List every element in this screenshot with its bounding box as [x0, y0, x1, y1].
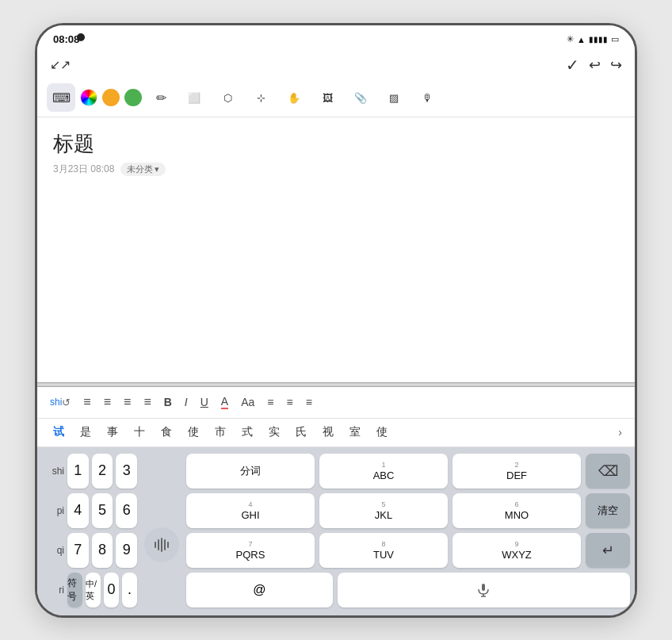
keyboard-left-row-1: shi 1 2 3: [42, 454, 137, 489]
hand-tool-button[interactable]: ✋: [280, 83, 308, 112]
suggestion-item-5[interactable]: 使: [180, 418, 207, 446]
list-type4-button[interactable]: ≡: [137, 387, 157, 419]
key-pqrs-label: PQRS: [236, 549, 265, 561]
list-type1-button[interactable]: ≡: [77, 387, 97, 419]
suggestion-bar: 试 是 事 十 食 使 市 式 实 氏 视 室 使 ›: [37, 419, 635, 447]
lasso-tool-button[interactable]: ⬡: [213, 83, 242, 112]
key-symbol[interactable]: 符号: [67, 573, 82, 607]
key-6[interactable]: 6: [116, 493, 137, 528]
font-color-button[interactable]: A: [215, 387, 235, 419]
key-enter[interactable]: ↵: [586, 533, 630, 568]
key-wxyz[interactable]: 9 WXYZ: [452, 533, 581, 568]
voice-middle-button[interactable]: [144, 527, 179, 562]
italic-button[interactable]: I: [178, 387, 194, 419]
crop-tool-button[interactable]: ⊹: [246, 83, 275, 112]
key-tuv-num: 8: [381, 540, 385, 548]
suggestion-item-11[interactable]: 室: [342, 418, 368, 446]
yellow-color-button[interactable]: [102, 89, 120, 106]
key-abc[interactable]: 1 ABC: [319, 454, 448, 489]
key-def[interactable]: 2 DEF: [452, 454, 581, 489]
keyboard-right: 分词 1 ABC 2 DEF ⌫ 4 GHI: [186, 454, 630, 607]
key-dot[interactable]: .: [122, 573, 137, 607]
suggestion-item-3[interactable]: 十: [126, 418, 153, 446]
keyboard-left-row-4: ri 符号 中/英 0 .: [42, 573, 137, 607]
key-lang[interactable]: 中/英: [86, 573, 101, 607]
undo-button[interactable]: ↩: [589, 56, 601, 74]
key-space-mic[interactable]: [338, 573, 630, 607]
key-4[interactable]: 4: [67, 493, 89, 528]
redo-button[interactable]: ↪: [610, 56, 622, 74]
eraser-tool-button[interactable]: ⬜: [180, 83, 208, 112]
keyboard-left: shi 1 2 3 pi 4 5 6 qi 7 8 9: [42, 454, 137, 607]
underline-button[interactable]: U: [194, 387, 215, 419]
suggestion-item-2[interactable]: 事: [99, 418, 126, 446]
key-pqrs[interactable]: 7 PQRS: [186, 533, 315, 568]
confirm-button[interactable]: ✓: [566, 56, 579, 75]
key-clear[interactable]: 清空: [586, 493, 630, 528]
suggestion-item-10[interactable]: 视: [315, 418, 342, 446]
key-7[interactable]: 7: [67, 533, 89, 568]
suggestion-item-4[interactable]: 食: [153, 418, 180, 446]
voice-wave-icon: [153, 536, 170, 554]
keyboard-right-row-4: @: [186, 573, 630, 607]
key-at[interactable]: @: [186, 573, 333, 607]
suggestion-item-8[interactable]: 实: [261, 418, 288, 446]
toolbar: ↙↗ ✓ ↩ ↪: [37, 51, 635, 79]
suggestion-item-12[interactable]: 使: [368, 418, 395, 446]
key-abc-num: 1: [381, 461, 385, 469]
keyboard-right-row-3: 7 PQRS 8 TUV 9 WXYZ ↵: [186, 533, 630, 568]
key-wxyz-label: WXYZ: [502, 549, 532, 561]
align-right-button[interactable]: ≡: [300, 387, 319, 419]
note-title[interactable]: 标题: [53, 130, 619, 158]
bold-button[interactable]: B: [158, 387, 178, 419]
suggestion-item-9[interactable]: 氏: [288, 418, 315, 446]
status-icons: ✳ ▲ ▮▮▮▮ ▭: [567, 34, 619, 44]
align-center-button[interactable]: ≡: [281, 387, 300, 419]
list-type2-button[interactable]: ≡: [97, 387, 117, 419]
key-2[interactable]: 2: [92, 454, 113, 489]
font-size-button[interactable]: Aa: [235, 387, 261, 419]
signal-icon: ▮▮▮▮: [589, 35, 608, 44]
input-mode-icon: ↺: [62, 397, 71, 408]
suggestion-more-button[interactable]: ›: [613, 426, 627, 439]
note-content: 标题 3月23日 08:08 未分类 ▾: [37, 117, 635, 260]
key-mno[interactable]: 6 MNO: [452, 493, 581, 528]
pencil-tool-button[interactable]: ✏: [147, 83, 175, 112]
key-0[interactable]: 0: [104, 573, 119, 607]
keyboard-right-row-1: 分词 1 ABC 2 DEF ⌫: [186, 454, 630, 489]
align-left-button[interactable]: ≡: [261, 387, 280, 419]
green-color-button[interactable]: [124, 89, 142, 106]
list-type3-button[interactable]: ≡: [117, 387, 137, 419]
phone-frame: 08:08 ✳ ▲ ▮▮▮▮ ▭ ↙↗ ✓ ↩ ↪ ⌨ ✏: [35, 23, 637, 618]
wifi-icon: ▲: [577, 35, 586, 44]
key-8[interactable]: 8: [92, 533, 113, 568]
keyboard-right-row-2: 4 GHI 5 JKL 6 MNO 清空: [186, 493, 630, 528]
collapse-icon[interactable]: ↙↗: [50, 57, 71, 72]
key-fenci[interactable]: 分词: [186, 454, 315, 489]
clip-tool-button[interactable]: 📎: [346, 83, 375, 112]
texture-tool-button[interactable]: ▨: [380, 83, 408, 112]
image-tool-button[interactable]: 🖼: [313, 83, 342, 112]
note-area: 标题 3月23日 08:08 未分类 ▾: [37, 117, 635, 382]
note-meta: 3月23日 08:08 未分类 ▾: [53, 163, 619, 176]
suggestion-item-1[interactable]: 是: [72, 418, 99, 446]
key-backspace[interactable]: ⌫: [586, 454, 630, 489]
keyboard-tool-button[interactable]: ⌨: [47, 83, 75, 112]
label-pi: pi: [42, 505, 64, 516]
multicolor-button[interactable]: [80, 89, 97, 106]
voice-tool-button[interactable]: 🎙: [413, 83, 441, 112]
key-jkl[interactable]: 5 JKL: [319, 493, 448, 528]
suggestion-item-0[interactable]: 试: [45, 418, 72, 446]
key-9[interactable]: 9: [116, 533, 137, 568]
input-mode-button[interactable]: shi ↺: [44, 387, 77, 419]
suggestion-item-6[interactable]: 市: [207, 418, 234, 446]
key-tuv[interactable]: 8 TUV: [319, 533, 448, 568]
keyboard-middle: [142, 454, 181, 607]
key-1[interactable]: 1: [67, 454, 89, 489]
key-5[interactable]: 5: [92, 493, 113, 528]
key-3[interactable]: 3: [116, 454, 137, 489]
key-ghi[interactable]: 4 GHI: [186, 493, 315, 528]
suggestion-item-7[interactable]: 式: [234, 418, 261, 446]
note-category[interactable]: 未分类 ▾: [120, 163, 166, 176]
key-tuv-label: TUV: [373, 549, 394, 561]
